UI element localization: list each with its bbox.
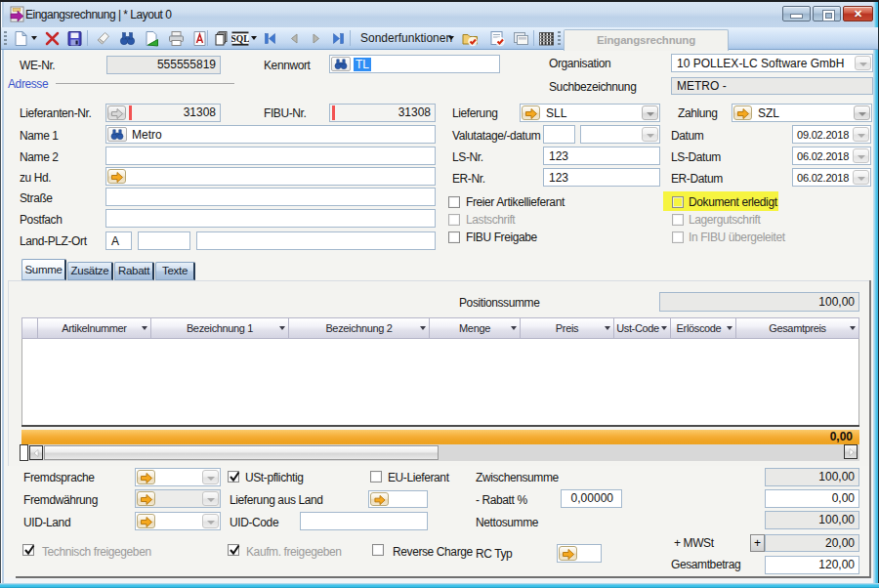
svg-text:SQL: SQL (231, 34, 249, 44)
